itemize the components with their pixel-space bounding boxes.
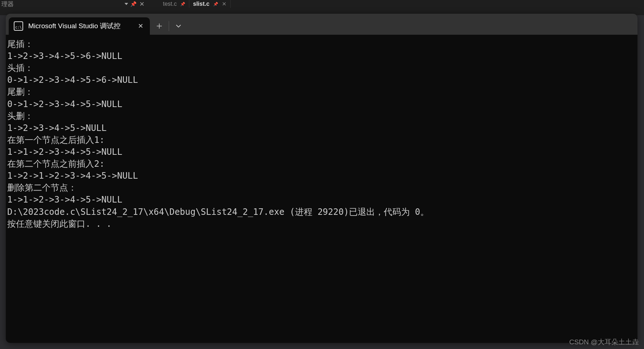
terminal-icon-glyph: c:\ xyxy=(15,26,22,29)
watermark: CSDN @大耳朵土土垚 xyxy=(569,337,639,347)
terminal-window: c:\ Microsoft Visual Studio 调试控 ✕ 尾插： 1-… xyxy=(6,14,637,343)
dropdown-icon[interactable] xyxy=(125,3,128,5)
panel-controls: 📌 ✕ xyxy=(125,0,144,8)
output-line: 在第二个节点之前插入2: xyxy=(7,159,105,169)
output-line: 尾删： xyxy=(7,87,33,97)
new-tab-button[interactable] xyxy=(150,17,169,35)
tab-slist-c[interactable]: slist.c 📌 ✕ xyxy=(189,0,230,8)
tab-label: test.c xyxy=(163,1,177,7)
terminal-tabbar: c:\ Microsoft Visual Studio 调试控 ✕ xyxy=(6,14,637,35)
tab-test-c[interactable]: test.c 📌 xyxy=(159,0,189,8)
output-line: 头插： xyxy=(7,63,33,73)
output-line: 1->1->2->3->4->5->NULL xyxy=(7,147,122,157)
code-tabs: test.c 📌 slist.c 📌 ✕ xyxy=(159,0,231,8)
output-line: 1->2->3->4->5->6->NULL xyxy=(7,51,122,61)
output-line: 0->1->2->3->4->5->6->NULL xyxy=(7,75,138,85)
output-line: 删除第二个节点： xyxy=(7,183,77,193)
chevron-down-icon xyxy=(176,24,181,28)
output-line: 0->1->2->3->4->5->NULL xyxy=(7,99,122,109)
output-line: 尾插： xyxy=(7,39,33,49)
output-line: 在第一个节点之后插入1: xyxy=(7,135,105,145)
output-line: D:\2023code.c\SList24_2_17\x64\Debug\SLi… xyxy=(7,207,429,217)
terminal-icon: c:\ xyxy=(14,21,23,31)
tab-actions xyxy=(150,17,188,35)
pin-icon[interactable]: 📌 xyxy=(130,1,136,7)
close-icon[interactable]: ✕ xyxy=(139,0,144,8)
output-line: 1->2->3->4->5->NULL xyxy=(7,123,107,133)
tab-dropdown-button[interactable] xyxy=(169,17,188,35)
close-icon[interactable]: ✕ xyxy=(136,22,145,30)
output-line: 头删： xyxy=(7,111,33,121)
output-line: 按任意键关闭此窗口. . . xyxy=(7,219,111,229)
terminal-tab[interactable]: c:\ Microsoft Visual Studio 调试控 ✕ xyxy=(9,17,150,35)
tab-label: slist.c xyxy=(193,1,209,7)
terminal-output: 尾插： 1->2->3->4->5->6->NULL 头插： 0->1->2->… xyxy=(6,35,637,234)
plus-icon xyxy=(156,23,163,29)
output-line: 1->2->1->2->3->4->5->NULL xyxy=(7,171,138,181)
pin-icon[interactable]: 📌 xyxy=(213,2,218,7)
pin-icon[interactable]: 📌 xyxy=(180,2,185,7)
ide-top-bar: 理器 xyxy=(0,0,644,8)
close-icon[interactable]: ✕ xyxy=(222,1,227,7)
panel-label: 理器 xyxy=(1,0,14,8)
output-line: 1->1->2->3->4->5->NULL xyxy=(7,195,122,205)
terminal-tab-title: Microsoft Visual Studio 调试控 xyxy=(28,21,131,31)
